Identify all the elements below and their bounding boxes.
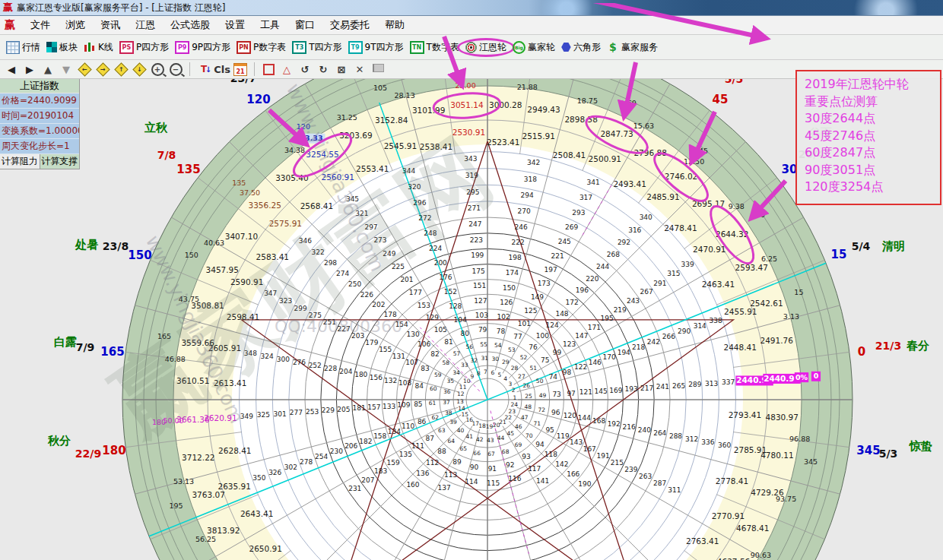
svg-text:2493.41: 2493.41 xyxy=(613,179,646,188)
separator xyxy=(189,62,190,76)
toolbar-T数字表[interactable]: TNT数字表 xyxy=(407,40,462,55)
menu-帮助[interactable]: 帮助 xyxy=(377,16,412,34)
svg-text:312: 312 xyxy=(685,435,698,443)
svg-text:337: 337 xyxy=(722,378,735,386)
menu-公式选股[interactable]: 公式选股 xyxy=(163,16,217,34)
triangle-tool-icon[interactable]: △ xyxy=(280,62,294,76)
nav-right-icon[interactable]: ▶ xyxy=(23,62,37,76)
menu-设置[interactable]: 设置 xyxy=(217,16,252,34)
zoom-in-icon[interactable]: + xyxy=(151,62,164,76)
winner-wheel-icon: Big xyxy=(513,41,525,54)
svg-text:2847.73: 2847.73 xyxy=(600,129,633,138)
panel-field: 周天变化步长=1 xyxy=(0,139,79,154)
svg-text:2500.91: 2500.91 xyxy=(589,154,621,163)
toolbar-赢家轮[interactable]: Big赢家轮 xyxy=(510,40,558,55)
svg-text:174: 174 xyxy=(506,269,519,277)
svg-text:30: 30 xyxy=(756,210,765,219)
pan-left-icon[interactable]: ← xyxy=(78,62,91,76)
nav-left-icon[interactable]: ◀ xyxy=(5,62,18,76)
svg-text:118: 118 xyxy=(545,451,557,458)
toolbar-赢家服务[interactable]: $赢家服务 xyxy=(604,40,661,55)
svg-text:195: 195 xyxy=(601,315,614,322)
panel-field: 变换系数=1.00000 xyxy=(0,124,79,139)
svg-text:91: 91 xyxy=(488,465,497,473)
svg-text:289: 289 xyxy=(688,381,701,388)
svg-text:惊蛰: 惊蛰 xyxy=(909,439,932,453)
calendar-icon[interactable]: 21 xyxy=(233,62,247,76)
menu-江恩[interactable]: 江恩 xyxy=(128,16,163,34)
svg-text:18: 18 xyxy=(478,422,486,429)
svg-text:175: 175 xyxy=(472,267,485,275)
svg-text:25.00: 25.00 xyxy=(456,81,476,90)
toolbar-P四方形[interactable]: PSP四方形 xyxy=(116,40,172,55)
window-title: 赢家江恩专业版[赢家服务平台] - [上证指数 江恩轮] xyxy=(17,2,226,14)
svg-text:9.38: 9.38 xyxy=(729,202,745,210)
svg-text:2523.41: 2523.41 xyxy=(487,138,519,147)
svg-text:105: 105 xyxy=(434,326,447,334)
svg-text:76: 76 xyxy=(529,343,538,351)
flag-icon[interactable] xyxy=(371,62,385,76)
svg-text:3000.28: 3000.28 xyxy=(489,100,522,109)
svg-text:313: 313 xyxy=(705,380,718,388)
toolbar-行情[interactable]: 行情 xyxy=(3,40,43,55)
menu-窗口[interactable]: 窗口 xyxy=(287,16,322,34)
toolbar-label: P四方形 xyxy=(136,41,169,54)
annotation-line: 2019年江恩轮中轮 xyxy=(805,76,940,93)
svg-text:229: 229 xyxy=(322,407,335,414)
nav-up-icon[interactable]: ▲ xyxy=(41,62,55,76)
rotate-ccw-icon[interactable]: ↺ xyxy=(298,62,312,76)
menu-工具[interactable]: 工具 xyxy=(252,16,287,34)
svg-text:180: 180 xyxy=(102,444,125,457)
pan-up-icon[interactable]: ↑ xyxy=(114,62,128,76)
t-updown-icon[interactable]: T xyxy=(197,62,211,76)
svg-text:136: 136 xyxy=(416,470,429,477)
toolbar-T四方形[interactable]: T3T四方形 xyxy=(289,40,344,55)
svg-text:15: 15 xyxy=(794,288,803,296)
9p-square-icon: P9 xyxy=(175,41,189,54)
svg-text:180: 180 xyxy=(354,371,367,378)
svg-text:2746.02: 2746.02 xyxy=(665,172,697,181)
toolbar-9T四方形[interactable]: T99T四方形 xyxy=(345,40,407,55)
svg-text:246: 246 xyxy=(514,223,527,231)
menu-文件[interactable]: 文件 xyxy=(23,16,58,34)
svg-text:90.63: 90.63 xyxy=(751,551,771,559)
svg-text:205: 205 xyxy=(337,406,350,413)
svg-text:93.75: 93.75 xyxy=(776,495,796,503)
svg-text:春分: 春分 xyxy=(906,339,929,353)
svg-text:93: 93 xyxy=(522,453,530,460)
delete-box-icon[interactable]: ⊠ xyxy=(335,62,348,76)
svg-text:9: 9 xyxy=(470,373,474,380)
square-tool-icon[interactable] xyxy=(262,62,275,76)
menu-浏览[interactable]: 浏览 xyxy=(58,16,93,34)
calc-resistance-button[interactable]: 计算阻力 xyxy=(0,154,40,169)
toolbar-六角形[interactable]: 六角形 xyxy=(558,40,604,55)
svg-text:149: 149 xyxy=(531,293,544,301)
cls-button[interactable]: Cls xyxy=(215,62,229,76)
cross-arrows-icon[interactable]: ✕ xyxy=(353,62,367,76)
rotate-cw-icon[interactable]: ↻ xyxy=(316,62,330,76)
toolbar-江恩轮[interactable]: 江恩轮 xyxy=(462,40,510,55)
svg-text:2898.58: 2898.58 xyxy=(564,115,597,124)
svg-text:317: 317 xyxy=(579,194,592,201)
nav-down-icon[interactable]: ▼ xyxy=(59,62,73,76)
svg-text:30: 30 xyxy=(492,356,500,362)
toolbar-9P四方形[interactable]: P99P四方形 xyxy=(172,40,233,55)
svg-text:176: 176 xyxy=(439,274,452,281)
svg-text:287: 287 xyxy=(653,479,666,487)
svg-text:290: 290 xyxy=(678,327,691,335)
pan-down-icon[interactable]: ↓ xyxy=(132,62,146,76)
svg-text:39: 39 xyxy=(449,419,457,426)
zoom-out-icon[interactable]: − xyxy=(169,62,183,76)
svg-text:68: 68 xyxy=(502,448,510,455)
svg-text:63: 63 xyxy=(438,427,446,434)
toolbar-P数字表[interactable]: PNP数字表 xyxy=(233,40,289,55)
svg-text:白露: 白露 xyxy=(54,335,77,349)
svg-text:131: 131 xyxy=(392,353,405,360)
pan-right-icon[interactable]: → xyxy=(96,62,110,76)
toolbar-K线[interactable]: K线 xyxy=(81,40,116,55)
svg-text:294: 294 xyxy=(521,191,534,199)
toolbar-板块[interactable]: 板块 xyxy=(43,40,81,55)
menu-资讯[interactable]: 资讯 xyxy=(93,16,128,34)
menu-交易委托[interactable]: 交易委托 xyxy=(322,16,377,34)
calc-support-button[interactable]: 计算支撑 xyxy=(40,154,80,169)
